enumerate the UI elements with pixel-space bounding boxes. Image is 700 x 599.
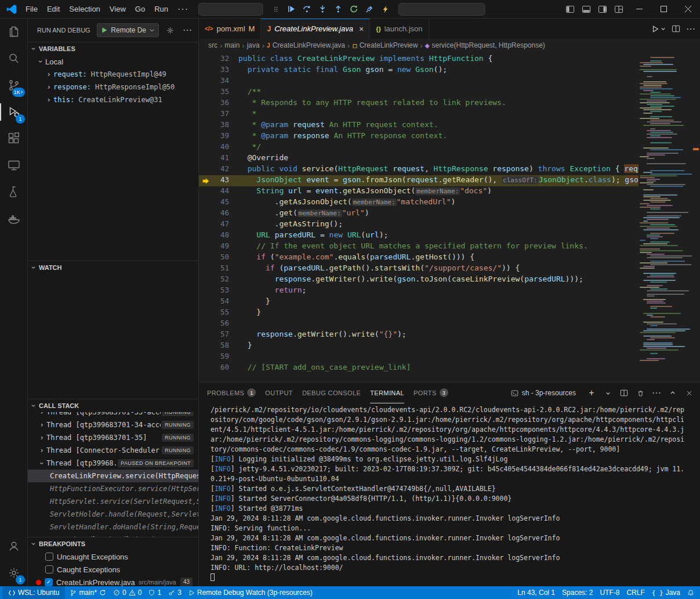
activity-extensions-icon[interactable] — [0, 125, 27, 152]
step-into-button[interactable] — [315, 2, 329, 16]
disconnect-button[interactable] — [362, 2, 376, 16]
toggle-panel-icon[interactable] — [578, 1, 594, 17]
status-notifications[interactable] — [684, 586, 698, 599]
breakpoint-checkbox[interactable] — [45, 565, 53, 573]
variable-row[interactable]: ›this:CreateLinkPreview@31 — [28, 93, 198, 106]
gutter-glyph[interactable] — [199, 363, 212, 374]
breakpoints-pane-header[interactable]: › BREAKPOINTS — [28, 537, 198, 550]
code-line[interactable]: 44 String url = event.getAsJsonObject(me… — [199, 186, 639, 197]
hot-code-replace-button[interactable] — [378, 2, 392, 16]
terminal-dropdown-icon[interactable] — [603, 388, 613, 398]
gutter-glyph[interactable] — [199, 109, 212, 120]
thread-row[interactable]: ›Thread [qtp399683701-34-acce...RUNNING — [28, 418, 198, 431]
gutter-glyph[interactable] — [199, 153, 212, 164]
code-line[interactable]: 54 } — [199, 297, 639, 308]
gutter-glyph[interactable] — [199, 65, 212, 76]
code-line[interactable]: 41 @Override — [199, 153, 639, 164]
status-encoding[interactable]: UTF-8 — [596, 586, 623, 599]
gutter-glyph[interactable] — [199, 286, 212, 297]
terminal-instance[interactable]: sh - 3p-resources — [511, 389, 576, 397]
close-button[interactable] — [676, 0, 700, 19]
gutter-glyph[interactable] — [199, 275, 212, 286]
views-more-actions-icon[interactable]: ··· — [181, 24, 194, 37]
toggle-sidebar-icon[interactable] — [562, 1, 578, 17]
status-eol[interactable]: CRLF — [623, 586, 648, 599]
activity-accounts-icon[interactable] — [0, 533, 27, 560]
step-over-button[interactable] — [300, 2, 314, 16]
code-line[interactable]: 59 — [199, 352, 639, 363]
code-line[interactable]: 51 if (parsedURL.getPath().startsWith("/… — [199, 264, 639, 275]
stack-frame-row[interactable]: CreateLinkPreview.service(HttpReques — [28, 470, 198, 482]
new-terminal-button[interactable]: + — [586, 388, 597, 398]
gutter-glyph[interactable] — [199, 142, 212, 153]
step-out-button[interactable] — [331, 2, 345, 16]
toggle-secondary-sidebar-icon[interactable] — [594, 1, 611, 17]
menu-overflow-button[interactable]: ··· — [173, 4, 193, 15]
stack-frame-row[interactable]: HttpServlet.service(ServletRequest,S — [28, 495, 198, 508]
activity-settings-icon[interactable]: 1 — [0, 560, 27, 586]
code-line[interactable]: 43 JsonObject event = gson.fromJson(requ… — [199, 175, 639, 186]
breakpoint-checkbox[interactable] — [45, 553, 53, 561]
gutter-glyph[interactable] — [199, 252, 212, 264]
panel-tab-problems[interactable]: PROBLEMS1 — [207, 383, 256, 403]
run-java-button[interactable] — [651, 25, 666, 33]
tab-launch.json[interactable]: {}launch.json — [370, 19, 429, 39]
stack-frame-row[interactable]: ServletHolder.handle(Request,Servlet — [28, 508, 198, 521]
menu-go[interactable]: Go — [130, 3, 150, 16]
breadcrumb-item[interactable]: JCreateLinkPreview.java — [267, 41, 345, 49]
code-line[interactable]: 38 * @param request An HTTP request cont… — [199, 120, 639, 131]
status-language-mode[interactable]: { }Java — [648, 586, 684, 599]
panel-tab-output[interactable]: OUTPUT — [265, 383, 293, 403]
breakpoint-row[interactable]: ✓CreateLinkPreview.javasrc/main/java43 — [28, 576, 198, 586]
variable-row[interactable]: ›response:HttpResponseImpl@50 — [28, 81, 198, 93]
code-line[interactable]: 56 — [199, 319, 639, 330]
gutter-glyph[interactable] — [199, 219, 212, 230]
menu-run[interactable]: Run — [150, 3, 173, 16]
status-debug-session[interactable]: Remote Debug Watch (3p-resources) — [185, 586, 316, 599]
code-line[interactable]: 47 .getAsString(); — [199, 219, 639, 230]
minimize-button[interactable] — [627, 0, 651, 19]
activity-run-and-debug-icon[interactable]: 1 — [0, 99, 27, 125]
activity-explorer-icon[interactable] — [0, 19, 27, 45]
code-line[interactable]: 35 /** — [199, 87, 639, 98]
continue-button[interactable] — [284, 2, 298, 16]
gutter-glyph[interactable] — [199, 54, 212, 65]
code-line[interactable]: 52 response.getWriter().write(gson.toJso… — [199, 275, 639, 286]
gutter-glyph[interactable] — [199, 330, 212, 341]
activity-search-icon[interactable] — [0, 45, 27, 72]
variable-row[interactable]: ›request:HttpRequestImpl@49 — [28, 68, 198, 81]
code-editor[interactable]: 32public class CreateLinkPreview impleme… — [199, 52, 700, 382]
command-center-right[interactable] — [398, 3, 485, 16]
status-remote-indicator[interactable]: WSL: Ubuntu — [2, 586, 65, 599]
variables-scope-local[interactable]: ›Local — [28, 55, 198, 68]
gutter-glyph[interactable] — [199, 319, 212, 330]
thread-row[interactable]: ›Thread [qtp39968...PAUSED ON BREAKPOINT — [28, 457, 198, 470]
activity-remote-explorer-icon[interactable] — [0, 152, 27, 179]
code-line[interactable]: 53 return; — [199, 286, 639, 297]
panel-tab-ports[interactable]: PORTS3 — [414, 383, 448, 403]
code-line[interactable]: 46 .get(memberName:"url") — [199, 208, 639, 219]
breadcrumb-item[interactable]: src — [208, 41, 217, 49]
close-tab-icon[interactable]: × — [359, 24, 364, 34]
status-problems[interactable]: 00 — [110, 586, 145, 599]
stack-frame-row[interactable]: ServletHandler.doHandle(String,Reque — [28, 521, 198, 533]
terminal-output[interactable]: /pierrick/.m2/repository/io/cloudevents/… — [199, 403, 700, 586]
menu-edit[interactable]: Edit — [42, 3, 64, 16]
variables-pane-header[interactable]: › VARIABLES — [28, 42, 198, 55]
gutter-glyph[interactable] — [199, 98, 212, 109]
gutter-glyph[interactable] — [199, 341, 212, 352]
debug-config-picker[interactable]: Remote De — [97, 23, 159, 37]
breakpoint-row[interactable]: Caught Exceptions — [28, 563, 198, 576]
gutter-glyph[interactable] — [199, 230, 212, 241]
stack-frame-row[interactable]: HttpFunctionExecutor.service(HttpSer — [28, 482, 198, 495]
status-alert-count[interactable]: 1 — [145, 586, 165, 599]
overview-ruler[interactable] — [692, 52, 700, 382]
gutter-glyph[interactable] — [199, 175, 212, 186]
gutter-glyph[interactable] — [199, 352, 212, 363]
tab-pom.xml[interactable]: </>pom.xmlM — [199, 19, 261, 39]
gutter-glyph[interactable] — [199, 241, 212, 252]
gutter-glyph[interactable] — [199, 208, 212, 219]
watch-pane-header[interactable]: › WATCH — [28, 261, 198, 274]
split-terminal-button[interactable] — [619, 388, 629, 398]
gutter-glyph[interactable] — [199, 308, 212, 319]
